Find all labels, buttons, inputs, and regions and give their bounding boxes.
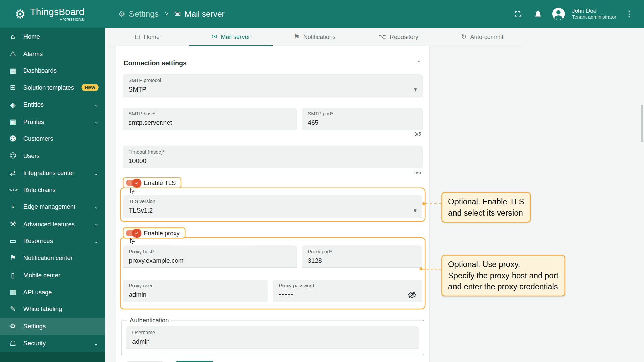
toggle-check-icon: ✓ <box>132 228 141 237</box>
thingsboard-logo-icon: ⚙ <box>15 7 26 21</box>
tab-repository[interactable]: ⌥ Repository <box>357 28 440 46</box>
proxy-port-value: 3128 <box>308 257 322 264</box>
proxy-user-field[interactable]: Proxy user admin <box>123 280 268 302</box>
users-icon: ☺ <box>9 152 17 160</box>
smtp-port-value: 465 <box>308 119 319 126</box>
notification-center-icon: ⚑ <box>9 254 17 262</box>
vertical-scrollbar[interactable] <box>641 105 643 142</box>
new-badge: NEW <box>82 84 99 91</box>
enable-tls-toggle[interactable]: ✓ <box>126 180 140 186</box>
sidebar-item-resources[interactable]: ▭ Resources ⌄ <box>0 232 105 249</box>
pointer-cursor-icon <box>129 188 136 195</box>
primary-action-button[interactable] <box>172 361 217 362</box>
security-shield-icon: ☖ <box>9 339 17 347</box>
breadcrumb-settings-label: Settings <box>129 9 159 19</box>
mobile-center-icon: ▯ <box>9 271 17 279</box>
enable-proxy-highlight-box: ✓ Enable proxy <box>123 227 185 238</box>
tab-mail-server[interactable]: ✉ Mail server <box>189 28 273 46</box>
connector-dot <box>419 267 422 270</box>
sidebar-item-edge-management[interactable]: ⌖ Edge management ⌄ <box>0 198 105 215</box>
edge-management-icon: ⌖ <box>9 203 17 211</box>
sidebar-item-mobile-center[interactable]: ▯ Mobile center <box>0 266 105 284</box>
sidebar-item-dashboards[interactable]: ▦ Dashboards <box>0 62 105 79</box>
customers-icon: ☻ <box>9 134 17 142</box>
timeout-field[interactable]: Timeout (msec)* 10000 <box>123 146 423 168</box>
brand-edition: Professional <box>60 17 85 22</box>
advanced-features-icon: ⚒ <box>9 220 17 228</box>
authentication-legend: Authentication <box>127 317 171 324</box>
smtp-host-field[interactable]: SMTP host* smtp.server.net <box>123 108 297 130</box>
settings-icon: ⚙ <box>9 322 17 330</box>
sidebar-item-integrations-center[interactable]: ⇄ Integrations center ⌄ <box>0 164 105 181</box>
sidebar-item-home[interactable]: ⌂ Home <box>0 28 105 45</box>
sidebar-item-solution-templates[interactable]: ⊞ Solution templates NEW <box>0 79 105 96</box>
tab-home[interactable]: ⊡ Home <box>105 28 189 46</box>
sidebar-item-api-usage[interactable]: ▥ API usage <box>0 284 105 301</box>
settings-tabs: ⊡ Home ✉ Mail server ⚑ Notifications ⌥ R… <box>105 28 524 46</box>
secondary-action-button[interactable] <box>123 361 167 362</box>
proxy-settings-highlight-box: Proxy host* proxy.example.com Proxy port… <box>120 237 426 310</box>
thingsboard-logo[interactable]: ⚙ ThingsBoard Professional <box>0 6 105 21</box>
tls-version-highlight-box: TLS version TLSv1.2 ▾ <box>120 188 426 222</box>
proxy-port-field[interactable]: Proxy port* 3128 <box>302 245 422 268</box>
enable-proxy-toggle[interactable]: ✓ <box>126 230 140 236</box>
username-field[interactable]: Username admin <box>126 326 419 349</box>
smtp-protocol-select[interactable]: SMTP protocol SMTP ▾ <box>123 74 423 97</box>
proxy-user-value: admin <box>129 291 146 298</box>
dropdown-arrow-icon[interactable]: ▾ <box>414 207 417 214</box>
mail-icon: ✉ <box>174 9 180 18</box>
sidebar-item-advanced-features[interactable]: ⚒ Advanced features ⌄ <box>0 215 105 232</box>
proxy-password-value: ••••• <box>279 291 294 298</box>
rule-chains-icon: </> <box>9 187 17 192</box>
tab-notifications[interactable]: ⚑ Notifications <box>273 28 357 46</box>
more-menu-button[interactable]: ⋮ <box>621 9 637 19</box>
profiles-icon: ▣ <box>9 118 17 126</box>
smtp-port-field[interactable]: SMTP port* 465 <box>302 108 423 130</box>
fullscreen-icon <box>513 9 522 18</box>
sidebar-item-security[interactable]: ☖ Security ⌄ <box>0 335 105 352</box>
sidebar-item-settings[interactable]: ⚙ Settings <box>0 317 105 335</box>
smtp-protocol-value: SMTP <box>128 86 146 93</box>
app-header: ⚙ ThingsBoard Professional ⚙ Settings > … <box>0 0 644 28</box>
dashboards-icon: ▦ <box>9 66 17 74</box>
sidebar-item-notification-center[interactable]: ⚑ Notification center <box>0 249 105 266</box>
sidebar-footer <box>0 352 105 362</box>
callout-connector <box>422 269 442 269</box>
sidebar-item-profiles[interactable]: ▣ Profiles ⌄ <box>0 113 105 130</box>
chevron-down-icon: ⌄ <box>93 169 98 176</box>
smtp-port-counter: 3/5 <box>123 130 423 138</box>
connection-settings-header: Connection settings ⌃ <box>123 46 423 74</box>
authentication-section: Authentication Username admin <box>121 317 424 355</box>
chevron-down-icon: ⌄ <box>93 220 98 228</box>
toggle-check-icon: ✓ <box>132 178 141 187</box>
tls-version-value: TLSv1.2 <box>129 207 153 214</box>
chevron-down-icon: ⌄ <box>93 118 98 125</box>
brand-text: ThingsBoard Professional <box>30 6 84 21</box>
chevron-down-icon: ⌄ <box>93 339 98 347</box>
breadcrumb-mail-server[interactable]: ✉ Mail server <box>174 9 224 19</box>
fullscreen-button[interactable] <box>509 6 526 22</box>
sidebar-item-white-labeling[interactable]: ✎ White labeling <box>0 300 105 317</box>
mail-tab-icon: ✉ <box>212 33 217 41</box>
sidebar-item-entities[interactable]: ◈ Entities ⌄ <box>0 96 105 113</box>
notifications-tab-icon: ⚑ <box>293 33 300 41</box>
breadcrumb-separator: > <box>164 10 168 18</box>
dropdown-arrow-icon[interactable]: ▾ <box>414 86 417 93</box>
collapse-panel-icon[interactable]: ⌃ <box>416 59 422 67</box>
sidebar-item-users[interactable]: ☺ Users <box>0 147 105 164</box>
notifications-button[interactable] <box>530 6 546 22</box>
visibility-off-icon[interactable] <box>408 290 417 299</box>
sidebar-item-alarms[interactable]: ⚠ Alarms <box>0 45 105 62</box>
home-tab-icon: ⊡ <box>135 33 140 41</box>
breadcrumb-settings[interactable]: ⚙ Settings <box>118 9 159 19</box>
sidebar-item-rule-chains[interactable]: </> Rule chains <box>0 181 105 198</box>
callout-connector <box>425 203 441 204</box>
sidebar-item-customers[interactable]: ☻ Customers <box>0 130 105 147</box>
tls-version-select[interactable]: TLS version TLSv1.2 ▾ <box>123 195 422 218</box>
chevron-down-icon: ⌄ <box>93 203 98 210</box>
proxy-host-field[interactable]: Proxy host* proxy.example.com <box>123 245 297 268</box>
user-avatar[interactable] <box>550 6 567 22</box>
gear-icon: ⚙ <box>118 9 125 18</box>
proxy-password-field[interactable]: Proxy password ••••• <box>273 280 422 302</box>
tab-auto-commit[interactable]: ↻ Auto-commit <box>440 28 524 46</box>
